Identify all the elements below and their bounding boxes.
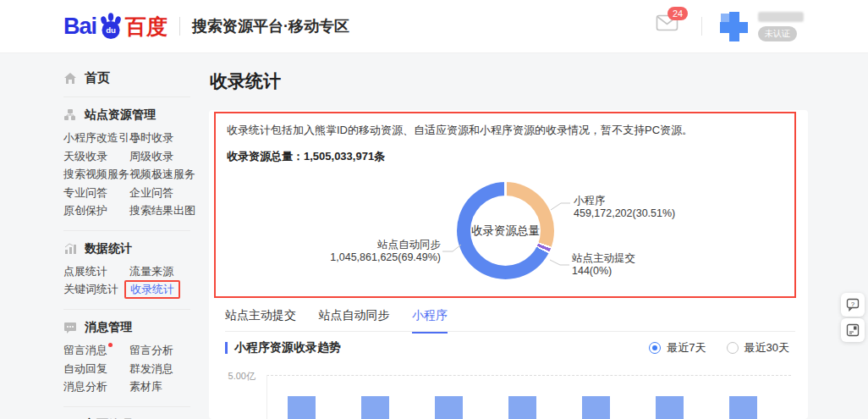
- bar: [435, 396, 463, 419]
- divider: [63, 309, 190, 310]
- sidebar-item[interactable]: 企业问答: [129, 184, 173, 202]
- content-panel: 收录统计包括加入熊掌ID的移动资源、自适应资源和小程序资源的收录情况，暂不支持P…: [209, 110, 808, 419]
- baidu-paw-icon: du: [97, 13, 124, 40]
- tab-site-auto-sync[interactable]: 站点自动同步: [318, 303, 389, 332]
- sidebar-section-site-resources: 站点资源管理: [63, 108, 190, 123]
- sidebar-section-data-stats: 数据统计: [63, 241, 190, 256]
- slice-name: 站点主动提交: [572, 252, 635, 265]
- page-title: 收录统计: [210, 69, 868, 93]
- divider: [63, 96, 190, 97]
- baidu-logo-text: Bai: [63, 14, 96, 40]
- svg-text:du: du: [106, 25, 116, 35]
- sidebar-item[interactable]: 原创保护: [63, 201, 107, 220]
- bar: [288, 396, 316, 419]
- slice-label-auto-sync: 站点自动同步 1,045,861,625(69.49%): [310, 239, 441, 264]
- sidebar-item[interactable]: 关键词统计: [63, 280, 118, 299]
- bar: [656, 396, 684, 419]
- donut-chart: 收录资源总量: [457, 182, 554, 279]
- inclusion-description: 收录统计包括加入熊掌ID的移动资源、自适应资源和小程序资源的收录情况，暂不支持P…: [227, 123, 693, 138]
- tab-site-manual-submit[interactable]: 站点主动提交: [225, 303, 296, 332]
- range-radio-group: 最近7天 最近30天: [649, 340, 789, 356]
- tab-bar: 站点主动提交 站点自动同步 小程序: [225, 303, 795, 332]
- section-marker: [225, 342, 228, 354]
- main-content: 收录统计 收录统计包括加入熊掌ID的移动资源、自适应资源和小程序资源的收录情况，…: [203, 53, 868, 419]
- sidebar-item[interactable]: 天级收录: [63, 147, 107, 166]
- total-value: 1,505,033,971条: [304, 150, 385, 163]
- bar: [729, 396, 757, 419]
- section-title: 消息管理: [85, 320, 132, 335]
- slice-label-miniprogram: 小程序 459,172,202(30.51%): [574, 195, 675, 220]
- slice-name: 站点自动同步: [310, 239, 441, 251]
- bar: [361, 396, 389, 419]
- avatar[interactable]: [717, 10, 750, 42]
- sidebar-items: 小程序改造引导 小时收录 天级收录 周级收录 搜索视频服务 视频极速服务 专业问…: [63, 129, 190, 220]
- username-redacted: [758, 12, 804, 22]
- total-resources: 收录资源总量：1,505,033,971条: [227, 149, 385, 164]
- sidebar-item-active-inclusion-stats[interactable]: 收录统计: [124, 280, 180, 299]
- divider: [63, 406, 190, 407]
- sidebar-item[interactable]: 专业问答: [63, 184, 107, 202]
- sidebar: 首页 站点资源管理 小程序改造引导 小时收录 天级收录 周级收录 搜索视频服务 …: [0, 53, 203, 419]
- chat-bubble-icon: [63, 321, 77, 334]
- bar: [582, 396, 610, 419]
- slice-value: 1,045,861,625(69.49%): [310, 251, 441, 264]
- sidebar-item[interactable]: 搜索视频服务: [63, 165, 129, 184]
- radio-label: 最近7天: [667, 340, 706, 356]
- donut-center-label: 收录资源总量: [471, 223, 540, 239]
- sidebar-items: 点展统计 流量来源 关键词统计 收录统计: [63, 262, 190, 300]
- radio-unselected-icon: [727, 342, 739, 354]
- sidebar-item[interactable]: 流量来源: [129, 262, 173, 281]
- messages-button[interactable]: 24: [656, 14, 681, 39]
- sidebar-item[interactable]: 搜索结果出图: [129, 201, 195, 220]
- total-label: 收录资源总量：: [227, 150, 304, 163]
- slice-value: 459,172,202(30.51%): [574, 207, 675, 220]
- radio-label: 最近30天: [744, 340, 789, 356]
- trend-title: 小程序资源收录趋势: [234, 340, 341, 356]
- platform-title: 搜索资源平台·移动专区: [192, 16, 349, 36]
- radio-last-30-days[interactable]: 最近30天: [727, 340, 789, 356]
- header-divider: [179, 17, 180, 36]
- help-bubble-icon: ?: [846, 298, 860, 311]
- baidu-logo[interactable]: Bai du 百度: [63, 13, 168, 41]
- sitemap-icon: [63, 108, 77, 122]
- avatar-logo-shape: [720, 22, 748, 33]
- sidebar-item-label: 首页: [85, 70, 110, 86]
- slice-label-manual-submit: 站点主动提交 144(0%): [572, 252, 635, 278]
- bar: [508, 396, 536, 419]
- sidebar-item[interactable]: 点展统计: [63, 262, 107, 281]
- sidebar-item[interactable]: 小时收录: [129, 129, 173, 147]
- sidebar-item[interactable]: 视频极速服务: [129, 165, 195, 184]
- save-image-icon: [846, 323, 860, 337]
- sidebar-item[interactable]: 群发消息: [129, 360, 173, 378]
- section-title: 数据统计: [85, 241, 132, 256]
- sidebar-item[interactable]: 周级收录: [129, 147, 173, 166]
- y-axis-tick-label: 5.00亿: [209, 370, 255, 383]
- feedback-button[interactable]: ?: [841, 293, 865, 317]
- section-title: 站点资源管理: [85, 108, 156, 123]
- y-axis-line: [266, 375, 267, 419]
- home-icon: [63, 72, 77, 85]
- sidebar-item[interactable]: 消息分析: [63, 378, 107, 396]
- donut-hole: 收录资源总量: [470, 196, 541, 266]
- sidebar-item[interactable]: 素材库: [129, 378, 162, 396]
- sidebar-item-with-badge[interactable]: 留言消息: [63, 341, 107, 360]
- divider: [63, 230, 190, 231]
- sidebar-item[interactable]: 自动回复: [63, 360, 107, 378]
- sidebar-item[interactable]: 留言分析: [129, 341, 173, 360]
- slice-value: 144(0%): [572, 265, 635, 278]
- bar-chart-icon: [63, 242, 77, 256]
- sidebar-item-home[interactable]: 首页: [63, 70, 190, 86]
- gridline-5yi: [266, 375, 791, 376]
- baidu-logo-cn: 百度: [125, 13, 168, 41]
- trend-section-header: 小程序资源收录趋势 最近7天 最近30天: [225, 340, 789, 356]
- unread-count-badge: 24: [667, 7, 688, 20]
- save-snapshot-button[interactable]: [841, 318, 865, 342]
- tab-miniprogram[interactable]: 小程序: [412, 303, 448, 334]
- page: Bai du 百度 搜索资源平台·移动专区 24: [0, 0, 868, 419]
- header-right: 24 未认证: [656, 10, 804, 42]
- sidebar-items: 留言消息 留言分析 自动回复 群发消息 消息分析 素材库: [63, 341, 190, 396]
- radio-selected-icon: [649, 342, 661, 354]
- svg-text:?: ?: [851, 300, 855, 308]
- top-header: Bai du 百度 搜索资源平台·移动专区 24: [0, 0, 868, 53]
- radio-last-7-days[interactable]: 最近7天: [649, 340, 706, 356]
